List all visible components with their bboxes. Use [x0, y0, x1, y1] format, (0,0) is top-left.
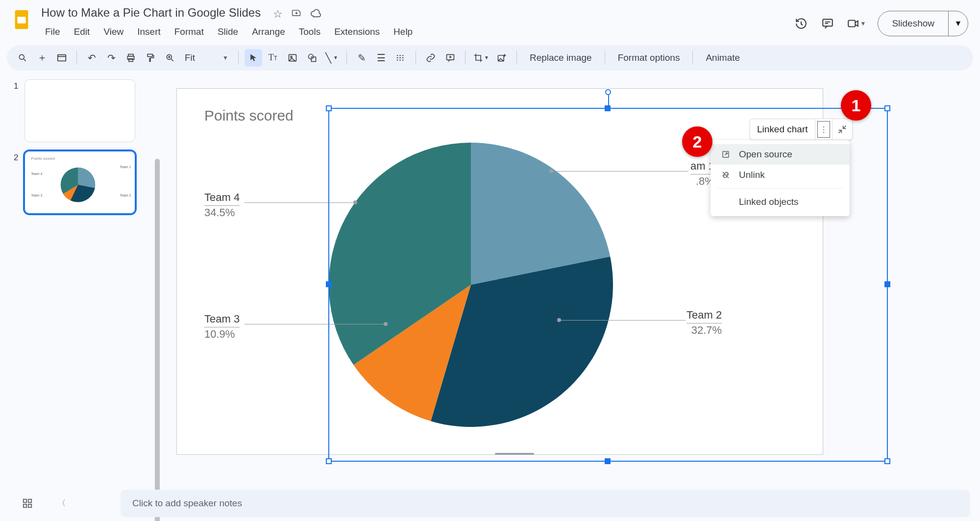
pie-chart[interactable] [324, 138, 618, 432]
svg-rect-9 [147, 54, 152, 56]
comment-add-icon[interactable] [441, 49, 459, 67]
collapse-filmstrip-icon[interactable]: 〈 [52, 494, 72, 513]
menu-file[interactable]: File [39, 24, 66, 40]
slide-number: 1 [14, 79, 23, 91]
search-menus-icon[interactable] [14, 49, 31, 67]
svg-rect-2 [823, 19, 833, 26]
new-slide-icon[interactable]: ＋ [33, 49, 51, 67]
link-icon[interactable] [422, 49, 440, 67]
animate-button[interactable]: Animate [699, 49, 747, 67]
menubar: File Edit View Insert Format Slide Arran… [39, 24, 418, 40]
chart-label-team3: Team 3 10.9% [204, 312, 240, 342]
svg-rect-20 [28, 499, 31, 502]
undo-icon[interactable]: ↶ [83, 49, 100, 67]
svg-rect-14 [311, 57, 316, 61]
zoom-icon[interactable] [161, 49, 179, 67]
redo-icon[interactable]: ↷ [102, 49, 120, 67]
crop-icon[interactable]: ▼ [471, 49, 491, 67]
comments-icon[interactable] [820, 16, 835, 31]
format-options-button[interactable]: Format options [611, 49, 687, 67]
select-tool-icon[interactable] [245, 49, 262, 67]
zoom-select[interactable]: Fit▼ [181, 52, 232, 63]
menu-view[interactable]: View [98, 24, 129, 40]
menu-linked-objects[interactable]: Linked objects [710, 192, 850, 212]
unlink-icon [720, 171, 731, 179]
slide-resize-handle[interactable] [495, 453, 534, 455]
open-source-icon [720, 150, 731, 159]
filmstrip: 1 2 Points scored Team 1 Team 2 Team 3 T… [0, 71, 157, 518]
slides-logo[interactable] [9, 7, 34, 32]
move-icon[interactable] [292, 8, 301, 22]
menu-edit[interactable]: Edit [68, 24, 96, 40]
annotation-2: 2 [682, 126, 712, 157]
slide-thumbnail-1[interactable] [24, 79, 135, 142]
chart-label-team4: Team 4 34.5% [204, 191, 240, 220]
border-icon[interactable]: ☰ [372, 49, 390, 67]
svg-rect-3 [848, 21, 855, 27]
reset-image-icon[interactable] [493, 49, 511, 67]
annotation-1: 1 [841, 90, 871, 121]
svg-rect-5 [58, 54, 66, 61]
menu-format[interactable]: Format [169, 24, 210, 40]
border-dash-icon[interactable] [392, 49, 410, 67]
menu-extensions[interactable]: Extensions [328, 24, 386, 40]
mini-pie-icon [57, 164, 98, 205]
menu-open-source[interactable]: Open source [710, 144, 850, 165]
line-icon[interactable]: ╲ ▼ [323, 49, 341, 67]
new-slide-layout-icon[interactable] [53, 49, 71, 67]
chart-title: Points scored [204, 107, 294, 124]
menu-unlink[interactable]: Unlink [710, 165, 850, 185]
history-icon[interactable] [794, 16, 808, 31]
menu-arrange[interactable]: Arrange [246, 24, 291, 40]
toolbar: ＋ ↶ ↷ Fit▼ TT ╲ ▼ ✎ ☰ ▼ Replace image Fo… [7, 45, 973, 71]
paint-format-icon[interactable] [142, 49, 159, 67]
star-icon[interactable]: ☆ [273, 8, 283, 22]
document-title[interactable]: How to Make a Pie Chart in Google Slides [39, 5, 263, 21]
svg-point-4 [19, 54, 24, 59]
menu-slide[interactable]: Slide [212, 24, 244, 40]
slideshow-button[interactable]: Slideshow ▼ [878, 11, 968, 36]
unlink-collapse-icon[interactable] [833, 124, 852, 134]
linked-chart-menu: Open source Unlink Linked objects [710, 140, 850, 216]
chart-label-team2: Team 2 32.7% [686, 308, 722, 338]
svg-point-12 [291, 56, 292, 57]
linked-chart-label: Linked chart [750, 124, 815, 135]
svg-rect-19 [24, 499, 26, 502]
svg-rect-22 [28, 504, 31, 507]
svg-rect-21 [24, 504, 26, 507]
grid-view-icon[interactable] [18, 494, 37, 513]
image-icon[interactable] [284, 49, 301, 67]
textbox-icon[interactable]: TT [264, 49, 282, 67]
linked-chart-bar: Linked chart ⋮ [750, 119, 853, 140]
slideshow-caret[interactable]: ▼ [948, 11, 968, 36]
slide-thumbnail-2[interactable]: Points scored Team 1 Team 2 Team 3 Team … [24, 151, 135, 214]
pen-icon[interactable]: ✎ [353, 49, 370, 67]
cloud-status-icon[interactable] [310, 8, 321, 22]
linked-chart-more-icon[interactable]: ⋮ [815, 119, 833, 140]
present-camera[interactable]: ▼ [847, 17, 866, 30]
print-icon[interactable] [122, 49, 140, 67]
menu-tools[interactable]: Tools [293, 24, 326, 40]
shape-icon[interactable] [303, 49, 321, 67]
svg-rect-1 [17, 17, 25, 23]
replace-image-button[interactable]: Replace image [523, 49, 599, 67]
slide-number: 2 [14, 151, 23, 163]
speaker-notes[interactable]: Click to add speaker notes [121, 490, 970, 517]
menu-help[interactable]: Help [388, 24, 418, 40]
menu-insert[interactable]: Insert [131, 24, 167, 40]
